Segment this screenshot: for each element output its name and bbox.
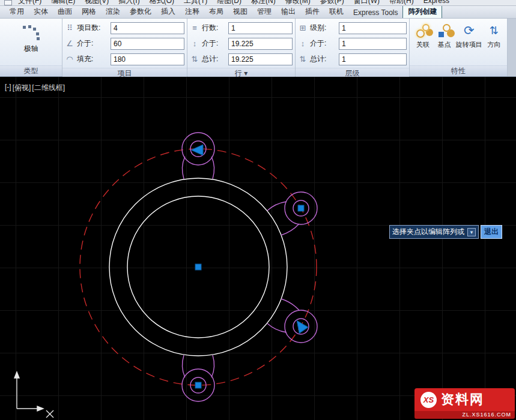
menu-item-edit[interactable]: 编辑(E) bbox=[51, 0, 75, 5]
direction-label: 方向 bbox=[487, 41, 500, 48]
drawing-canvas[interactable]: [-] [俯视] [二维线框] bbox=[0, 77, 516, 420]
base-point-icon bbox=[437, 23, 452, 38]
panel-rows: ≡ 行数: ↕ 介于: ⇅ 总计: 行 ▾ bbox=[187, 19, 296, 76]
rows-spacing-icon: ↕ bbox=[190, 40, 199, 48]
levels-spacing-icon: ↕ bbox=[298, 40, 308, 48]
tooltip-text: 选择夹点以编辑阵列或 bbox=[392, 227, 464, 237]
menu-item-view[interactable]: 视图(V) bbox=[85, 0, 109, 5]
ribbon-tab-bar: 常用 实体 曲面 网格 渲染 参数化 插入 注释 布局 视图 管理 输出 插件 … bbox=[0, 6, 516, 19]
tab-parametric[interactable]: 参数化 bbox=[125, 5, 156, 18]
grip-top-rotate-arrow[interactable] bbox=[191, 145, 203, 155]
rows-spacing-label: 介于: bbox=[202, 38, 226, 49]
menu-item-modify[interactable]: 修改(M) bbox=[285, 0, 311, 5]
levels-count-icon: ⊞ bbox=[298, 24, 308, 32]
tab-express-tools[interactable]: Express Tools bbox=[348, 7, 402, 18]
panel-clipped-edge bbox=[508, 19, 516, 76]
associative-button[interactable]: 关联 bbox=[412, 20, 434, 64]
polar-array-type-button[interactable]: 极轴 bbox=[12, 22, 50, 56]
rows-total-field: ⇅ 总计: bbox=[190, 52, 293, 67]
menu-item-format[interactable]: 格式(O) bbox=[150, 0, 174, 5]
lug-bottom[interactable] bbox=[182, 355, 214, 401]
levels-spacing-label: 介于: bbox=[310, 38, 336, 49]
tab-render[interactable]: 渲染 bbox=[101, 5, 125, 18]
levels-total-icon: ⇅ bbox=[298, 55, 308, 64]
menu-item-insert[interactable]: 插入(I) bbox=[118, 0, 139, 5]
items-angle-field: ∠ 介于: bbox=[65, 36, 184, 51]
polar-array-label: 极轴 bbox=[24, 44, 38, 54]
levels-spacing-field: ↕ 介于: bbox=[298, 36, 407, 51]
rows-count-input[interactable] bbox=[228, 22, 293, 34]
tooltip-dropdown-button[interactable]: ▾ bbox=[467, 228, 476, 236]
tab-view[interactable]: 视图 bbox=[228, 5, 252, 18]
tab-output[interactable]: 输出 bbox=[276, 5, 300, 18]
associative-icon bbox=[415, 23, 431, 38]
exit-button[interactable]: 退出 bbox=[481, 225, 502, 239]
grip-center-square[interactable] bbox=[195, 264, 201, 270]
rotate-items-button[interactable]: ⟳ 旋转项目 bbox=[455, 20, 483, 64]
tab-home[interactable]: 常用 bbox=[5, 5, 29, 18]
lug-bottom-right[interactable] bbox=[267, 299, 317, 343]
levels-count-input[interactable] bbox=[339, 22, 407, 34]
rows-count-field: ≡ 行数: bbox=[190, 20, 293, 35]
ucs-icon bbox=[14, 372, 43, 411]
items-angle-input[interactable] bbox=[111, 38, 184, 50]
autocad-window: 文件(F) 编辑(E) 视图(V) 插入(I) 格式(O) 工具(T) 绘图(D… bbox=[0, 0, 516, 420]
tab-insert[interactable]: 插入 bbox=[156, 5, 180, 18]
levels-total-label: 总计: bbox=[310, 54, 336, 64]
direction-button[interactable]: ⇅ 方向 bbox=[483, 20, 505, 64]
tab-plugins[interactable]: 插件 bbox=[300, 5, 324, 18]
menu-item-dimension[interactable]: 标注(N) bbox=[251, 0, 276, 5]
items-fill-input[interactable] bbox=[111, 53, 184, 65]
tab-mesh[interactable]: 网格 bbox=[77, 5, 101, 18]
base-point-button[interactable]: 基点 bbox=[434, 20, 455, 64]
panel-title-type: 类型 bbox=[0, 65, 62, 76]
items-angle-icon: ∠ bbox=[65, 40, 74, 48]
grip-right-square[interactable] bbox=[298, 205, 304, 211]
grip-bottom-square[interactable] bbox=[195, 382, 201, 388]
tab-layout[interactable]: 布局 bbox=[204, 5, 228, 18]
rows-spacing-input[interactable] bbox=[228, 38, 293, 50]
polar-array-icon bbox=[22, 25, 40, 40]
menu-item-draw[interactable]: 绘图(D) bbox=[217, 0, 241, 5]
items-count-field: ⠿ 项目数: bbox=[65, 20, 184, 35]
lug-right[interactable] bbox=[267, 192, 317, 235]
panel-properties: 关联 基点 ⟳ 旋转项目 ⇅ 方向 特性 bbox=[410, 19, 508, 76]
rows-total-input[interactable] bbox=[228, 53, 293, 65]
watermark-site: ZL.XS1616.COM bbox=[414, 411, 515, 419]
tab-surface[interactable]: 曲面 bbox=[53, 5, 77, 18]
associative-label: 关联 bbox=[416, 41, 429, 48]
app-icon[interactable] bbox=[4, 0, 12, 5]
menu-item-express[interactable]: Express bbox=[423, 0, 449, 5]
watermark-logo: XS bbox=[420, 392, 437, 408]
levels-total-input[interactable] bbox=[339, 53, 407, 65]
levels-spacing-input[interactable] bbox=[339, 38, 407, 50]
grip-edit-tooltip: 选择夹点以编辑阵列或 ▾ 退出 bbox=[389, 225, 502, 239]
tab-array-creation[interactable]: 阵列创建 bbox=[402, 4, 442, 18]
panel-items: ⠿ 项目数: ∠ 介于: ◠ 填充: 项目 bbox=[62, 19, 187, 76]
rows-spacing-field: ↕ 介于: bbox=[190, 36, 293, 51]
ribbon: 极轴 类型 ⠿ 项目数: ∠ 介于: ◠ 填充: bbox=[0, 19, 516, 77]
lug-top[interactable] bbox=[182, 133, 214, 179]
panel-levels: ⊞ 级别: ↕ 介于: ⇅ 总计: 层级 bbox=[296, 19, 410, 76]
menu-item-file[interactable]: 文件(F) bbox=[18, 0, 41, 5]
menu-item-help[interactable]: 帮助(H) bbox=[389, 0, 414, 5]
items-count-icon: ⠿ bbox=[65, 24, 74, 32]
menu-item-parametric[interactable]: 参数(P) bbox=[320, 0, 344, 5]
levels-count-field: ⊞ 级别: bbox=[298, 20, 407, 35]
levels-count-label: 级别: bbox=[310, 23, 336, 33]
tab-solid[interactable]: 实体 bbox=[29, 5, 53, 18]
rotate-items-icon: ⟳ bbox=[461, 23, 477, 38]
tooltip-prompt: 选择夹点以编辑阵列或 ▾ bbox=[389, 225, 479, 239]
tab-online[interactable]: 联机 bbox=[324, 5, 348, 18]
menu-bar: 文件(F) 编辑(E) 视图(V) 插入(I) 格式(O) 工具(T) 绘图(D… bbox=[0, 0, 516, 6]
rows-total-icon: ⇅ bbox=[190, 55, 199, 64]
items-count-input[interactable] bbox=[111, 22, 184, 34]
menu-item-tools[interactable]: 工具(T) bbox=[184, 0, 207, 5]
menu-item-window[interactable]: 窗口(W) bbox=[354, 0, 380, 5]
tab-annotate[interactable]: 注释 bbox=[180, 5, 204, 18]
tab-manage[interactable]: 管理 bbox=[252, 5, 276, 18]
base-point-label: 基点 bbox=[438, 41, 451, 48]
items-fill-icon: ◠ bbox=[65, 55, 74, 64]
watermark-name: 资料网 bbox=[441, 391, 484, 409]
rows-total-label: 总计: bbox=[202, 54, 226, 64]
